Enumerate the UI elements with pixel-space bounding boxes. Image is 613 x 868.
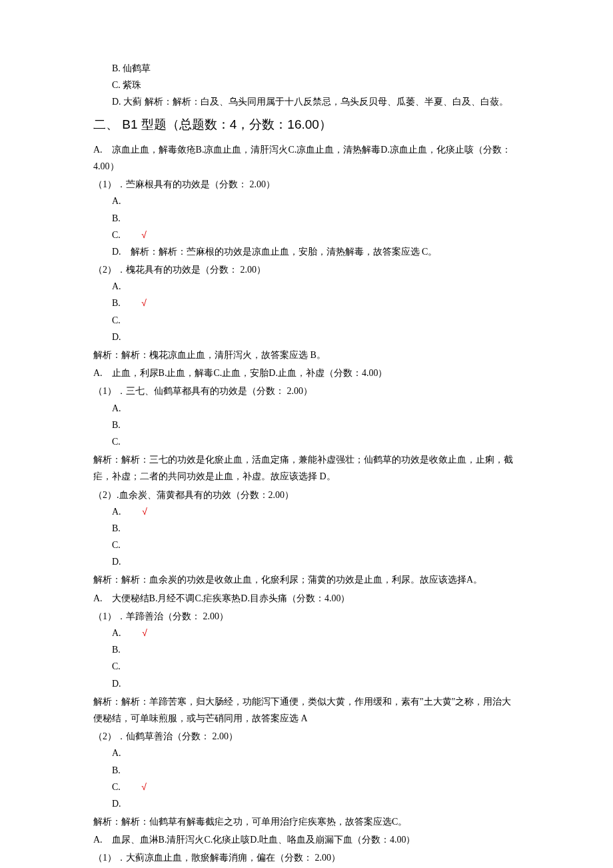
check-icon: √	[141, 229, 147, 240]
g1-sub2-B-letter: B.	[112, 295, 121, 311]
g2-sub1-C: C.	[93, 433, 520, 450]
group3-stem: A. 大便秘结B.月经不调C.疟疾寒热D.目赤头痛（分数：4.00）	[93, 590, 520, 607]
g2-sub2-A: A. √	[93, 503, 520, 520]
group1-stem: A. 凉血止血，解毒敛疮B.凉血止血，清肝泻火C.凉血止血，清热解毒D.凉血止血…	[93, 141, 520, 175]
g1-sub1-C: C. √	[93, 227, 520, 243]
g3-sub1-q: （1）．羊蹄善治（分数： 2.00）	[93, 608, 520, 625]
g3-sub2-B: B.	[93, 762, 520, 779]
g3-sub2-D: D.	[93, 795, 520, 812]
check-icon: √	[141, 781, 147, 792]
check-icon: √	[142, 506, 147, 517]
g1-sub1-A: A.	[93, 193, 520, 209]
g1-sub1-q: （1）．苎麻根具有的功效是（分数： 2.00）	[93, 176, 520, 193]
g1-sub2-explain: 解析：解析：槐花凉血止血，清肝泻火，故答案应选 B。	[93, 347, 520, 363]
g1-sub2-q: （2）．槐花具有的功效是（分数： 2.00）	[93, 261, 520, 278]
g3-sub1-explain: 解析：解析：羊蹄苦寒，归大肠经，功能泻下通便，类似大黄，作用缓和，素有"土大黄"…	[93, 693, 520, 727]
g2-sub2-B: B.	[93, 520, 520, 537]
g3-sub1-C: C.	[93, 658, 520, 675]
g3-sub2-A: A.	[93, 745, 520, 761]
g4-sub1-q: （1）．大蓟凉血止血，散瘀解毒消痈，偏在（分数： 2.00）	[93, 849, 520, 866]
g2-sub1-B: B.	[93, 417, 520, 433]
g2-sub2-D: D.	[93, 553, 520, 570]
group4-stem: A. 血尿、血淋B.清肝泻火C.化痰止咳D.吐血、咯血及崩漏下血（分数：4.00…	[93, 831, 520, 848]
g3-sub1-A: A. √	[93, 625, 520, 641]
g2-sub2-explain: 解析：解析：血余炭的功效是收敛止血，化瘀利尿；蒲黄的功效是止血，利尿。故应该选择…	[93, 571, 520, 588]
g2-sub2-C: C.	[93, 537, 520, 553]
g2-sub1-q: （1）．三七、仙鹤草都具有的功效是（分数： 2.00）	[93, 383, 520, 399]
g1-sub1-C-letter: C.	[112, 227, 121, 243]
g3-sub2-q: （2）．仙鹤草善治（分数： 2.00）	[93, 728, 520, 745]
g1-sub2-B: B. √	[93, 295, 520, 311]
g2-sub2-q: （2）.血余炭、蒲黄都具有的功效（分数：2.00）	[93, 487, 520, 503]
section-header-b1: 二、 B1 型题（总题数：4，分数：16.00）	[93, 113, 520, 136]
g1-sub2-C: C.	[93, 312, 520, 329]
g1-sub2-A: A.	[93, 278, 520, 295]
option-B: B. 仙鹤草	[93, 60, 520, 77]
g3-sub2-explain: 解析：解析：仙鹤草有解毒截疟之功，可单用治疗疟疾寒热，故答案应选C。	[93, 813, 520, 830]
g3-sub1-A-letter: A.	[112, 625, 121, 641]
g3-sub1-D: D.	[93, 675, 520, 692]
g3-sub1-B: B.	[93, 641, 520, 658]
option-C: C. 紫珠	[93, 77, 520, 93]
g2-sub1-explain: 解析：解析：三七的功效是化瘀止血，活血定痛，兼能补虚强壮；仙鹤草的功效是收敛止血…	[93, 451, 520, 485]
g2-sub1-A: A.	[93, 400, 520, 417]
option-D-with-explain: D. 大蓟 解析：解析：白及、乌头同用属于十八反禁忌，乌头反贝母、瓜萎、半夏、白…	[93, 93, 520, 110]
g2-sub2-A-letter: A.	[112, 503, 121, 520]
g1-sub2-D: D.	[93, 329, 520, 345]
g3-sub2-C: C. √	[93, 779, 520, 795]
g1-sub1-B: B.	[93, 210, 520, 227]
group2-stem: A. 止血，利尿B.止血，解毒C.止血，安胎D.止血，补虚（分数：4.00）	[93, 365, 520, 381]
g3-sub2-C-letter: C.	[112, 779, 121, 795]
g1-sub1-D: D. 解析：解析：苎麻根的功效是凉血止血，安胎，清热解毒，故答案应选 C。	[93, 243, 520, 260]
check-icon: √	[142, 627, 147, 638]
check-icon: √	[141, 297, 147, 308]
